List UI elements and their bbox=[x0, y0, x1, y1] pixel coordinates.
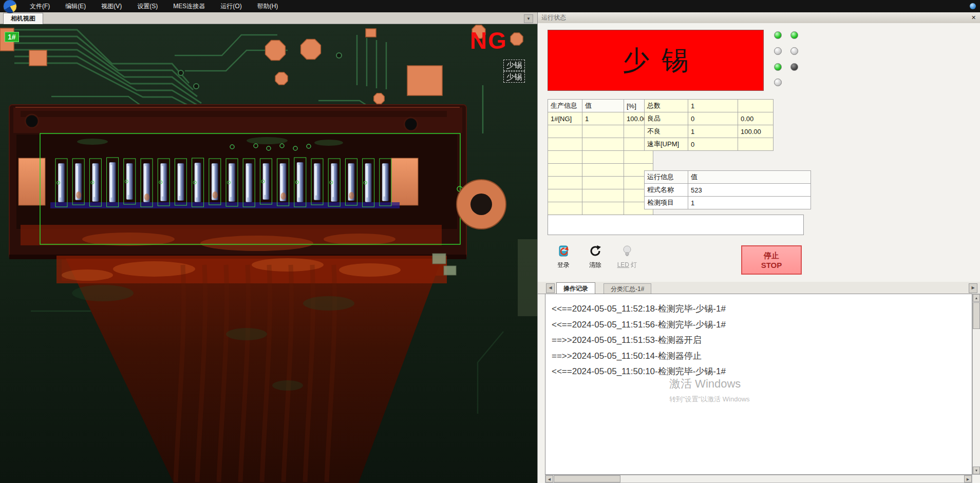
table-cell bbox=[582, 151, 624, 164]
menu-item-7[interactable]: 帮助(H) bbox=[250, 0, 286, 12]
table-cell: 1 bbox=[688, 197, 811, 209]
led-button[interactable]: LED 灯 bbox=[613, 244, 642, 269]
menu-item-3[interactable]: 视图(V) bbox=[93, 0, 129, 12]
table-cell bbox=[738, 138, 774, 151]
table-header-cell: 生产信息 bbox=[548, 100, 582, 112]
tab-scroll-left-icon[interactable]: ◀ bbox=[546, 283, 555, 293]
table-cell: 1 bbox=[688, 125, 738, 138]
login-icon bbox=[549, 244, 578, 258]
table-cell: 总数 bbox=[645, 100, 688, 112]
chevron-down-icon[interactable]: ▼ bbox=[524, 14, 533, 23]
menu-item-4[interactable]: 设置(S) bbox=[129, 0, 165, 12]
vertical-scrollbar[interactable]: ▲ ▼ bbox=[972, 294, 980, 475]
table-cell: 100.00 bbox=[738, 125, 774, 138]
table-cell bbox=[582, 138, 624, 151]
defect-banner: 少锡 bbox=[548, 30, 764, 91]
stop-label-en: STOP bbox=[761, 260, 782, 270]
log-entry: <<==2024-05-05_11:52:18-检测完毕-少锡-1# bbox=[545, 301, 972, 317]
table-cell bbox=[582, 164, 624, 177]
log-entry: ==>>2024-05-05_11:51:53-检测器开启 bbox=[545, 333, 972, 349]
table-cell: 523 bbox=[688, 184, 811, 197]
table-cell bbox=[548, 125, 582, 138]
stop-label-cn: 停止 bbox=[764, 250, 779, 260]
status-lamp-green bbox=[774, 31, 782, 39]
scroll-right-icon[interactable]: ▶ bbox=[964, 475, 972, 482]
log-entry: ==>>2024-05-05_11:50:14-检测器停止 bbox=[545, 349, 972, 364]
table-cell bbox=[548, 177, 582, 189]
run-info-table: 运行信息值程式名称523检测项目1 bbox=[644, 170, 811, 209]
horizontal-scrollbar[interactable]: ◀ ▶ bbox=[545, 475, 972, 483]
tab-scroll-right-icon[interactable]: ▶ bbox=[969, 283, 977, 293]
log-wrap: <<==2024-05-05_11:52:18-检测完毕-少锡-1#<<==20… bbox=[545, 294, 980, 483]
clear-icon bbox=[581, 244, 610, 258]
clear-button[interactable]: 清除 bbox=[581, 244, 610, 269]
led-label: LED 灯 bbox=[613, 261, 642, 269]
tab-classification-summary[interactable]: 分类汇总-1# bbox=[604, 283, 651, 294]
status-lamp-dark bbox=[790, 63, 798, 71]
camera-tabstrip: 相机视图 ▼ bbox=[0, 12, 537, 24]
app-window: 文件(F)编辑(E)视图(V)设置(S)MES连接器运行(O)帮助(H) 相机视… bbox=[0, 0, 980, 483]
table-cell bbox=[548, 202, 582, 215]
table-cell: 0.00 bbox=[738, 112, 774, 125]
menu-item-6[interactable]: 运行(O) bbox=[213, 0, 249, 12]
status-panel-titlebar: 运行状态 ✕ bbox=[538, 12, 980, 24]
table-cell bbox=[582, 202, 624, 215]
production-table: 生产信息值[%]1#[NG]1100.00 bbox=[548, 99, 653, 215]
table-cell: 速率[UPM] bbox=[645, 138, 688, 151]
table-cell: 0 bbox=[688, 112, 738, 125]
status-lamp-gray bbox=[774, 47, 782, 55]
table-cell bbox=[582, 177, 624, 189]
defect-tag: 少锡 bbox=[503, 60, 525, 71]
table-header-cell: 值 bbox=[582, 100, 624, 112]
scroll-left-icon[interactable]: ◀ bbox=[545, 475, 553, 482]
log-entry: <<==2024-05-05_11:50:10-检测完毕-少锡-1# bbox=[545, 364, 972, 380]
scroll-down-icon[interactable]: ▼ bbox=[973, 467, 980, 474]
operation-log-list: <<==2024-05-05_11:52:18-检测完毕-少锡-1#<<==20… bbox=[545, 294, 972, 475]
status-panel: 运行状态 ✕ 少锡 生产信息值[%]1#[NG]1100.00 总数1良品00.… bbox=[537, 12, 980, 483]
table-cell: 1 bbox=[688, 100, 738, 112]
close-icon[interactable]: ✕ bbox=[969, 13, 978, 22]
login-label: 登录 bbox=[549, 261, 578, 269]
table-cell bbox=[738, 100, 774, 112]
table-header-cell: 运行信息 bbox=[645, 171, 688, 184]
led-lamp-icon bbox=[613, 244, 642, 258]
vertical-scroll-thumb[interactable] bbox=[973, 302, 980, 329]
status-lamp-gray bbox=[790, 47, 798, 55]
horizontal-scroll-thumb[interactable] bbox=[554, 475, 620, 482]
window-status-icon bbox=[970, 3, 976, 9]
app-logo-icon bbox=[3, 0, 17, 13]
table-cell: 不良 bbox=[645, 125, 688, 138]
status-panel-title: 运行状态 bbox=[538, 12, 980, 23]
scroll-up-icon[interactable]: ▲ bbox=[973, 294, 980, 302]
table-cell: 1#[NG] bbox=[548, 112, 582, 125]
table-cell bbox=[582, 189, 624, 202]
defect-tag: 少锡 bbox=[503, 71, 525, 83]
table-cell bbox=[582, 125, 624, 138]
table-cell: 1 bbox=[582, 112, 624, 125]
camera-view: 1# NG 少锡少锡 bbox=[0, 24, 537, 483]
table-cell: 良品 bbox=[645, 112, 688, 125]
menu-item-5[interactable]: MES连接器 bbox=[165, 0, 213, 12]
tab-camera-view[interactable]: 相机视图 bbox=[3, 13, 43, 24]
menu-item-1[interactable]: 文件(F) bbox=[22, 0, 58, 12]
table-cell: 检测项目 bbox=[645, 197, 688, 209]
camera-image bbox=[0, 24, 537, 483]
message-box bbox=[548, 215, 804, 235]
log-tabstrip: ◀ 操作记录 分类汇总-1# ▶ bbox=[538, 282, 980, 294]
menu-item-2[interactable]: 编辑(E) bbox=[58, 0, 93, 12]
menu-items: 文件(F)编辑(E)视图(V)设置(S)MES连接器运行(O)帮助(H) bbox=[22, 0, 286, 12]
table-cell bbox=[548, 189, 582, 202]
login-button[interactable]: 登录 bbox=[549, 244, 578, 269]
table-cell bbox=[624, 151, 653, 164]
summary-table: 总数1良品00.00不良1100.00速率[UPM]0 bbox=[644, 99, 774, 151]
table-cell bbox=[548, 164, 582, 177]
status-lamp-green bbox=[774, 63, 782, 71]
menu-bar: 文件(F)编辑(E)视图(V)设置(S)MES连接器运行(O)帮助(H) bbox=[0, 0, 980, 12]
clear-label: 清除 bbox=[581, 261, 610, 269]
table-cell: 程式名称 bbox=[645, 184, 688, 197]
tab-operation-log[interactable]: 操作记录 bbox=[556, 282, 595, 295]
log-entry: <<==2024-05-05_11:51:56-检测完毕-少锡-1# bbox=[545, 317, 972, 333]
table-cell bbox=[548, 151, 582, 164]
stop-button[interactable]: 停止 STOP bbox=[741, 245, 802, 275]
table-header-cell: 值 bbox=[688, 171, 811, 184]
